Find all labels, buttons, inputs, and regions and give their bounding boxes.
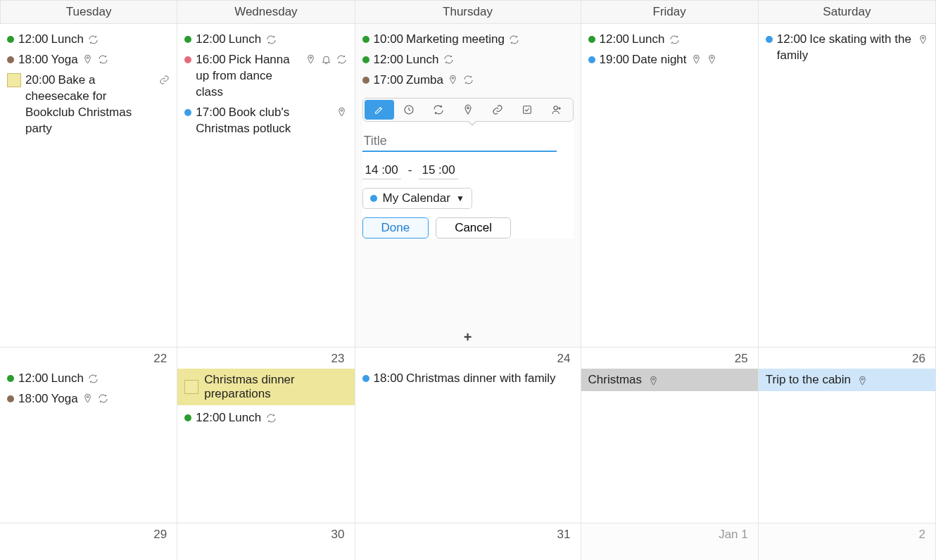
calendar-select[interactable]: My Calendar ▼ [362,188,472,209]
end-time-input[interactable]: 15 :00 [419,162,457,179]
repeat-icon [265,34,277,45]
tab-time-button[interactable] [394,100,424,120]
tab-attendee-button[interactable] [542,100,571,120]
repeat-icon [669,34,680,45]
day-cell-active[interactable]: 10:00Marketing meeting12:00Lunch17:00Zum… [355,24,581,348]
tab-location-button[interactable] [453,100,483,120]
add-event-button[interactable]: + [355,329,581,345]
day-cell[interactable]: 2 [759,523,936,560]
event-dot-icon [588,56,595,63]
day-cell[interactable]: 2418:00Christmas dinner with family [355,348,581,523]
cancel-button[interactable]: Cancel [436,217,511,238]
time-separator: - [408,163,412,177]
event-text: 12:00Lunch [600,32,665,48]
day-number: 29 [153,528,167,542]
event-text: 18:00Yoga [18,52,78,68]
header-wednesday: Wednesday [177,0,355,24]
calendar-event[interactable]: 12:00Lunch [184,30,347,50]
calendar-event[interactable]: 20:00Bake a cheesecake for Bookclub Chri… [7,70,170,139]
task-square-icon [184,380,198,394]
event-text: 17:00Book club's Christmas potluck [196,105,331,137]
tab-repeat-button[interactable] [424,100,453,120]
tab-link-button[interactable] [483,100,512,120]
event-dot-icon [7,395,14,402]
day-cell[interactable]: 23Christmas dinner preparations12:00Lunc… [177,348,355,523]
day-cell[interactable]: 2212:00Lunch18:00Yoga [0,348,177,523]
repeat-icon [98,54,109,65]
event-title-input[interactable] [362,132,557,152]
event-text: Christmas dinner preparations [204,373,347,401]
event-text: 12:00Lunch [18,32,84,48]
calendar-event[interactable]: 16:00Pick Hanna up from dance class [184,50,347,103]
start-time-input[interactable]: 14 :00 [362,162,401,179]
header-tuesday: Tuesday [0,0,177,24]
day-cell[interactable]: 12:00Lunch16:00Pick Hanna up from dance … [177,24,355,348]
day-cell[interactable]: 12:00Ice skating with the family [759,24,936,348]
calendar-dot-icon [370,195,377,202]
day-cell[interactable]: 25Christmas [581,348,759,523]
day-cell[interactable]: 12:00Lunch18:00Yoga20:00Bake a cheesecak… [0,24,177,348]
day-number: 24 [557,352,571,366]
calendar-select-label: My Calendar [383,191,450,205]
day-number: 30 [331,528,345,542]
repeat-icon [88,373,99,384]
event-dot-icon [184,109,191,116]
calendar-event[interactable]: 18:00Yoga [7,50,170,70]
event-dot-icon [184,414,191,421]
pin-icon [647,376,659,387]
done-button[interactable]: Done [362,217,429,238]
event-dot-icon [7,375,14,382]
all-day-event[interactable]: Christmas [581,369,758,391]
calendar-event[interactable]: 12:00Lunch [362,50,574,70]
day-cell[interactable]: 31 [355,523,581,560]
popup-toolbar [362,98,574,122]
event-text: Trip to the cabin [766,373,851,387]
pin-icon [856,376,868,387]
calendar-event[interactable]: 12:00Ice skating with the family [766,30,928,66]
task-square-icon [7,73,21,87]
calendar-event[interactable]: 19:00Date night [588,50,751,70]
day-cell[interactable]: Jan 1 [581,523,759,560]
all-day-event[interactable]: Trip to the cabin [759,369,935,391]
day-cell[interactable]: 29 [0,523,177,560]
event-text: 12:00Lunch [196,32,261,48]
event-text: 17:00Zumba [374,72,443,89]
day-number: 25 [735,352,748,366]
calendar-event[interactable]: 12:00Lunch [7,369,170,389]
day-number: 31 [557,528,571,542]
event-text: 16:00Pick Hanna up from dance class [196,52,301,101]
repeat-icon [463,75,474,86]
calendar-event[interactable]: 12:00Lunch [184,408,347,428]
event-dot-icon [362,56,369,63]
day-cell[interactable]: 30 [177,523,355,560]
day-number: 23 [331,352,345,366]
day-number: 2 [919,528,925,542]
calendar-event[interactable]: 12:00Lunch [7,30,170,50]
calendar-event[interactable]: 12:00Lunch [588,30,751,50]
pin-icon [82,393,94,405]
repeat-icon [509,34,520,45]
event-dot-icon [362,77,369,84]
pin-icon [336,107,348,118]
pin-icon [707,54,718,65]
day-cell[interactable]: 26Trip to the cabin [759,348,936,523]
day-cell[interactable]: 12:00Lunch19:00Date night [581,24,759,348]
tab-task-button[interactable] [512,100,542,120]
tab-title-button[interactable] [365,100,394,120]
calendar-event[interactable]: 10:00Marketing meeting [362,30,574,50]
event-text: 18:00Yoga [18,391,78,407]
day-number: 22 [153,352,167,366]
event-dot-icon [362,375,369,382]
event-dot-icon [7,36,14,43]
pin-blank-icon [691,54,702,65]
calendar-event[interactable]: 18:00Christmas dinner with family [362,369,574,389]
repeat-icon [443,54,454,65]
event-text: Christmas [588,373,643,387]
event-text: 12:00Lunch [18,371,84,387]
calendar-event[interactable]: 17:00Book club's Christmas potluck [184,103,347,139]
all-day-event[interactable]: Christmas dinner preparations [177,369,354,405]
calendar-event[interactable]: 17:00Zumba [362,70,574,91]
event-dot-icon [766,36,773,43]
calendar-event[interactable]: 18:00Yoga [7,389,170,409]
event-text: 19:00Date night [600,52,687,68]
